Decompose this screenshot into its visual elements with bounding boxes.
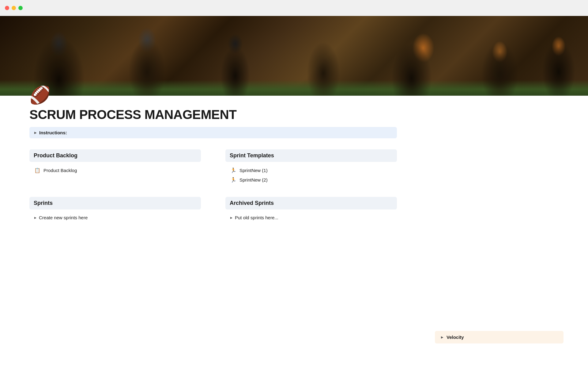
section-title-sprint-templates: Sprint Templates bbox=[230, 152, 274, 159]
page-title: SCRUM PROCESS MANAGEMENT bbox=[29, 107, 399, 122]
section-items-product-backlog: 📋 Product Backlog bbox=[29, 166, 201, 175]
section-items-sprint-templates: 🏃 SprintNew (1) 🏃 SprintNew (2) bbox=[225, 166, 397, 185]
window-chrome bbox=[0, 0, 588, 16]
sections-grid: Product Backlog 📋 Product Backlog Sprint… bbox=[29, 149, 397, 222]
product-backlog-icon: 📋 bbox=[34, 167, 40, 173]
archived-sprints-text: Put old sprints here... bbox=[235, 215, 278, 220]
page-icon: 🏈 bbox=[29, 86, 51, 104]
create-sprints-text: Create new sprints here bbox=[39, 215, 88, 220]
minimize-button[interactable] bbox=[12, 6, 16, 10]
close-button[interactable] bbox=[5, 6, 9, 10]
velocity-callout[interactable]: ▶ Velocity bbox=[435, 331, 564, 343]
instructions-toggle-arrow: ▶ bbox=[34, 131, 37, 134]
section-product-backlog: Product Backlog 📋 Product Backlog bbox=[29, 149, 201, 185]
maximize-button[interactable] bbox=[18, 6, 23, 10]
section-header-product-backlog: Product Backlog bbox=[29, 149, 201, 162]
section-sprint-templates: Sprint Templates 🏃 SprintNew (1) 🏃 Sprin… bbox=[225, 149, 397, 185]
sprint-new-2-icon: 🏃 bbox=[230, 177, 236, 183]
list-item[interactable]: 🏃 SprintNew (2) bbox=[228, 175, 397, 185]
list-item[interactable]: ▶ Create new sprints here bbox=[32, 213, 201, 222]
section-sprints: Sprints ▶ Create new sprints here bbox=[29, 197, 201, 222]
section-header-sprints: Sprints bbox=[29, 197, 201, 209]
page-wrapper: 🏈 SCRUM PROCESS MANAGEMENT ▶ Instruction… bbox=[0, 0, 588, 240]
section-title-sprints: Sprints bbox=[34, 200, 53, 206]
section-items-sprints: ▶ Create new sprints here bbox=[29, 213, 201, 222]
section-items-archived-sprints: ▶ Put old sprints here... bbox=[225, 213, 397, 222]
instructions-label: Instructions: bbox=[39, 130, 67, 135]
sprint-new-2-link: SprintNew (2) bbox=[239, 177, 268, 182]
content-area: SCRUM PROCESS MANAGEMENT ▶ Instructions:… bbox=[0, 104, 429, 240]
list-item[interactable]: 📋 Product Backlog bbox=[32, 166, 201, 175]
sprint-new-1-link: SprintNew (1) bbox=[239, 168, 268, 173]
list-item[interactable]: 🏃 SprintNew (1) bbox=[228, 166, 397, 175]
velocity-label: Velocity bbox=[447, 335, 464, 340]
traffic-lights bbox=[5, 6, 23, 10]
section-title-product-backlog: Product Backlog bbox=[34, 152, 77, 159]
archived-toggle-arrow: ▶ bbox=[230, 216, 232, 219]
hero-image bbox=[0, 16, 588, 96]
sprint-new-1-icon: 🏃 bbox=[230, 167, 236, 173]
section-title-archived-sprints: Archived Sprints bbox=[230, 200, 274, 206]
velocity-toggle-arrow: ▶ bbox=[441, 335, 443, 339]
section-archived-sprints: Archived Sprints ▶ Put old sprints here.… bbox=[225, 197, 397, 222]
product-backlog-link: Product Backlog bbox=[43, 168, 77, 173]
section-header-sprint-templates: Sprint Templates bbox=[225, 149, 397, 162]
instructions-callout[interactable]: ▶ Instructions: bbox=[29, 127, 397, 138]
sprints-toggle-arrow: ▶ bbox=[34, 216, 36, 219]
list-item[interactable]: ▶ Put old sprints here... bbox=[228, 213, 397, 222]
section-header-archived-sprints: Archived Sprints bbox=[225, 197, 397, 209]
